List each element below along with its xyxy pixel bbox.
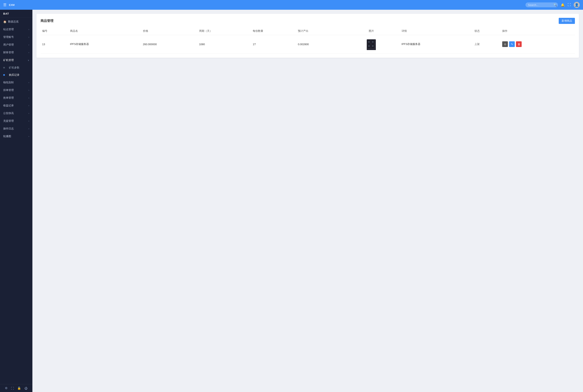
col-price: 价格	[141, 27, 197, 35]
table-header-row: 编号 商品名 价格 周期（天） 每份数量 预计产出 图片 详情 状态 操作	[40, 27, 575, 35]
svg-rect-13	[367, 49, 376, 50]
sidebar: BAT 🏠 数据总览 站点管理 › 管理账号 › 用户管理	[0, 10, 32, 392]
chevron-right-icon: ›	[28, 104, 29, 107]
sidebar-subitem-miner-params[interactable]: 矿机参数	[0, 64, 32, 71]
sidebar-item-site-management[interactable]: 站点管理 ›	[0, 26, 32, 33]
sidebar-item-operation-log[interactable]: 操作日志 ›	[0, 125, 32, 132]
svg-point-9	[369, 42, 369, 42]
grid-icon[interactable]: ⛶	[11, 386, 14, 390]
product-table: 编号 商品名 价格 周期（天） 每份数量 预计产出 图片 详情 状态 操作 13	[40, 27, 575, 54]
layout: BAT 🏠 数据总览 站点管理 › 管理账号 › 用户管理	[0, 10, 583, 392]
col-output: 预计产出	[296, 27, 343, 35]
chevron-right-icon: ›	[28, 89, 29, 91]
sidebar-item-earnings-record[interactable]: 收益记录 ›	[0, 102, 32, 110]
svg-point-10	[369, 46, 369, 46]
chevron-right-icon: ›	[28, 135, 29, 138]
header-right: 🔍 🔔 ⛶ 👤	[526, 2, 580, 8]
notification-icon[interactable]: 🔔	[561, 3, 565, 7]
edit-icon: ✎	[511, 43, 513, 46]
col-image: 图片	[343, 27, 400, 35]
app-header: ☰ EXM 🔍 🔔 ⛶ 👤	[0, 0, 583, 10]
svg-point-11	[372, 42, 373, 42]
col-action: 操作	[501, 27, 575, 35]
chevron-right-icon: ›	[28, 97, 29, 99]
chevron-right-icon: ›	[28, 28, 29, 30]
search-input[interactable]	[528, 4, 552, 6]
edit-button[interactable]: ✎	[509, 41, 515, 47]
sidebar-item-carousel[interactable]: 轮播图 ›	[0, 132, 32, 140]
sidebar-item-wallet-transfer[interactable]: 钱包划转 ›	[0, 78, 32, 86]
sidebar-item-user-management[interactable]: 用户管理 ›	[0, 41, 32, 48]
action-buttons: ⊙ ✎ 🗑	[502, 41, 573, 47]
cell-output: 0.002800	[296, 35, 343, 54]
status-badge: 上架	[475, 42, 480, 46]
col-name: 商品名	[68, 27, 141, 35]
cell-image	[343, 35, 400, 54]
sidebar-item-order-management[interactable]: 排单管理 ›	[0, 86, 32, 94]
page-title: 商品管理	[40, 19, 53, 23]
sidebar-item-order-grab[interactable]: 抢单管理 ›	[0, 94, 32, 102]
view-button[interactable]: ⊙	[502, 41, 508, 47]
delete-button[interactable]: 🗑	[516, 41, 522, 47]
chevron-right-icon: ›	[28, 128, 29, 130]
sidebar-brand: BAT	[0, 10, 32, 18]
product-image	[364, 37, 379, 51]
sidebar-item-finance-management[interactable]: 财务管理 ›	[0, 48, 32, 56]
fullscreen-icon[interactable]: ⛶	[568, 3, 571, 7]
add-product-button[interactable]: 新增商品	[559, 18, 575, 24]
table-header: 编号 商品名 价格 周期（天） 每份数量 预计产出 图片 详情 状态 操作	[40, 27, 575, 35]
chevron-down-icon: ∨	[28, 59, 29, 62]
table-row: 13 IPFS存储服务器 260.000000 1080 1T 0.002800	[40, 35, 575, 54]
cell-quantity: 1T	[251, 35, 296, 54]
chevron-right-icon: ›	[28, 52, 29, 54]
cell-status: 上架	[473, 35, 501, 54]
cell-price: 260.000000	[141, 35, 197, 54]
col-id: 编号	[40, 27, 68, 35]
cell-name: IPFS存储服务器	[68, 35, 141, 54]
server-svg	[365, 38, 378, 51]
search-box[interactable]: 🔍	[526, 2, 558, 7]
power-icon[interactable]: ⏻	[24, 386, 27, 390]
sidebar-item-announcements[interactable]: 公告快讯 ›	[0, 110, 32, 117]
sidebar-item-recharge-management[interactable]: 充提管理 ›	[0, 117, 32, 125]
settings-icon[interactable]: ⚙	[5, 386, 7, 390]
chevron-right-icon: ›	[28, 36, 29, 38]
hamburger-icon[interactable]: ☰	[3, 3, 6, 7]
sidebar-item-miner-management[interactable]: 矿机管理 ∨	[0, 56, 32, 64]
cell-detail: IPFS存储服务器	[400, 35, 473, 54]
sidebar-item-data-overview[interactable]: 🏠 数据总览	[0, 18, 32, 26]
svg-point-12	[372, 46, 373, 46]
sidebar-subitem-purchase-records[interactable]: 购买记录	[0, 71, 32, 78]
lock-icon[interactable]: 🔒	[17, 386, 21, 390]
trash-icon: 🗑	[518, 43, 520, 46]
header-left: ☰ EXM	[3, 3, 14, 7]
sidebar-item-account-management[interactable]: 管理账号 ›	[0, 33, 32, 41]
chevron-right-icon: ›	[28, 44, 29, 46]
cell-actions: ⊙ ✎ 🗑	[501, 35, 575, 54]
col-status: 状态	[473, 27, 501, 35]
cell-cycle: 1080	[197, 35, 251, 54]
main-content: 商品管理 新增商品 编号 商品名 价格 周期（天） 每份数量 预计产出 图片 详…	[32, 10, 583, 392]
chevron-right-icon: ›	[28, 112, 29, 114]
chevron-right-icon: ›	[28, 120, 29, 122]
user-avatar[interactable]: 👤	[574, 2, 580, 8]
chevron-right-icon: ›	[28, 82, 29, 84]
cell-id: 13	[40, 35, 68, 54]
app-logo: EXM	[9, 4, 14, 6]
table-body: 13 IPFS存储服务器 260.000000 1080 1T 0.002800	[40, 35, 575, 54]
page-card: 商品管理 新增商品 编号 商品名 价格 周期（天） 每份数量 预计产出 图片 详…	[36, 14, 579, 58]
search-icon[interactable]: 🔍	[554, 3, 557, 6]
home-icon: 🏠	[3, 20, 6, 23]
sidebar-footer: ⚙ ⛶ 🔒 ⏻	[0, 384, 32, 392]
col-cycle: 周期（天）	[197, 27, 251, 35]
col-detail: 详情	[400, 27, 473, 35]
eye-icon: ⊙	[504, 43, 506, 46]
col-quantity: 每份数量	[251, 27, 296, 35]
page-header: 商品管理 新增商品	[40, 18, 575, 24]
